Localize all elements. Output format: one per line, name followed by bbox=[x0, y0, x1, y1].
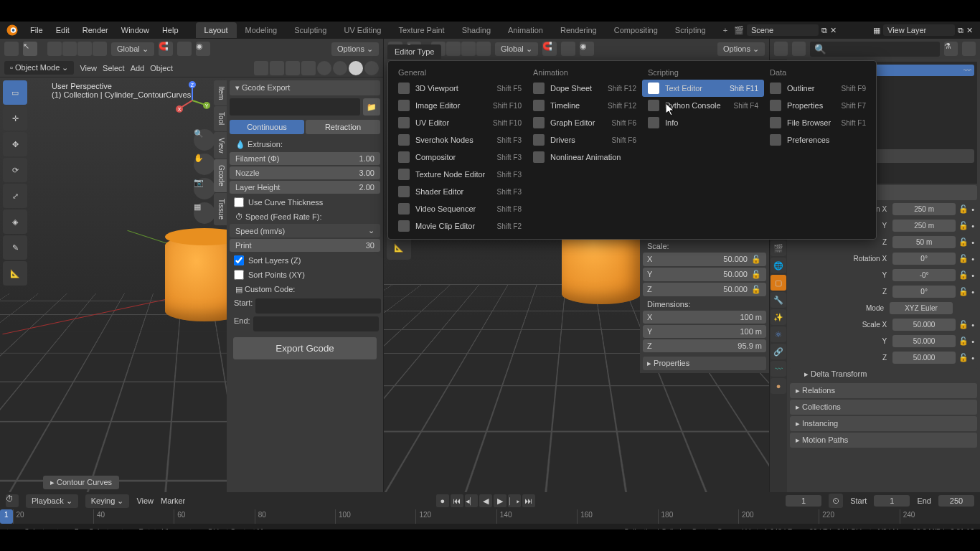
snap-icon-r[interactable]: 🧲 bbox=[542, 42, 557, 56]
filament-field[interactable]: Filament (Φ)1.00 bbox=[230, 152, 380, 165]
current-frame[interactable]: 1 bbox=[786, 495, 821, 507]
stab-tool[interactable]: Tool bbox=[214, 106, 227, 131]
rotx-field[interactable]: 0° bbox=[892, 253, 956, 265]
select-box-tool[interactable]: ▭ bbox=[3, 80, 27, 105]
keying-dropdown[interactable]: Keying ⌄ bbox=[85, 494, 130, 508]
ptab-world[interactable]: 🌐 bbox=[771, 258, 786, 273]
mitem-texteditor[interactable]: Text EditorShift F11 bbox=[642, 80, 764, 97]
ptab-modifiers[interactable]: 🔧 bbox=[771, 292, 786, 308]
mode-dropdown[interactable]: ▫ Object Mode ⌄ bbox=[4, 61, 74, 75]
menu-render[interactable]: Render bbox=[77, 23, 114, 37]
lock-icon[interactable]: 🔓 bbox=[958, 336, 969, 347]
stab-item[interactable]: Item bbox=[214, 80, 227, 105]
scale-tool[interactable]: ⤢ bbox=[3, 184, 27, 208]
annotate-tool[interactable]: ✎ bbox=[3, 235, 27, 260]
shading-btn-3[interactable] bbox=[286, 61, 300, 75]
locy-field[interactable]: 250 m bbox=[892, 220, 956, 232]
mitem-3dviewport[interactable]: 3D ViewportShift F5 bbox=[392, 80, 527, 97]
menu-edit[interactable]: Edit bbox=[50, 23, 75, 37]
camera-icon[interactable]: 📷 bbox=[194, 178, 215, 199]
menu-file[interactable]: File bbox=[24, 23, 49, 37]
lock-icon[interactable]: 🔓 bbox=[958, 221, 969, 231]
vp-menu-view[interactable]: View bbox=[80, 64, 97, 72]
anim-dot[interactable]: • bbox=[971, 321, 974, 329]
curve-thickness-check[interactable] bbox=[234, 197, 244, 207]
anim-dot[interactable]: • bbox=[971, 337, 974, 346]
lock-icon[interactable]: 🔓 bbox=[750, 270, 762, 279]
shade-wire-icon[interactable] bbox=[317, 61, 331, 75]
select-mode-icon[interactable] bbox=[47, 42, 62, 56]
anim-dot[interactable]: • bbox=[971, 271, 974, 280]
snap-target-icon[interactable] bbox=[177, 42, 192, 56]
anim-dot[interactable]: • bbox=[971, 205, 974, 214]
mitem-pyconsole[interactable]: Python ConsoleShift F4 bbox=[642, 97, 764, 114]
scene-copy-icon[interactable]: ⧉ bbox=[821, 26, 827, 35]
play-icon[interactable]: ▶ bbox=[494, 494, 507, 507]
left-3d-viewport[interactable]: ▭ ✛ ✥ ⟳ ⤢ ◈ ✎ 📐 User Perspective (1) Col… bbox=[0, 77, 383, 492]
rotz-field[interactable]: 0° bbox=[892, 286, 956, 298]
ptab-material[interactable]: ● bbox=[771, 378, 786, 394]
scene-close-icon[interactable]: ✕ bbox=[830, 26, 837, 35]
viewlayer-name[interactable]: View Layer bbox=[883, 24, 955, 36]
layer-field[interactable]: Layer Height2.00 bbox=[230, 181, 380, 194]
tab-animation[interactable]: Animation bbox=[499, 22, 552, 38]
mitem-sequencer[interactable]: Video SequencerShift F8 bbox=[392, 200, 527, 217]
retraction-button[interactable]: Retraction bbox=[306, 120, 380, 134]
continuous-button[interactable]: Continuous bbox=[230, 120, 304, 134]
shade-render-icon[interactable] bbox=[364, 61, 379, 75]
ptab-data[interactable]: 〰 bbox=[771, 361, 786, 377]
pan-icon[interactable]: ✋ bbox=[194, 154, 215, 175]
timeline-editor-icon[interactable]: ⏱ bbox=[6, 494, 19, 507]
lock-icon[interactable]: 🔓 bbox=[958, 254, 969, 264]
roty-field[interactable]: -0° bbox=[892, 269, 956, 281]
ptab-object[interactable]: ▢ bbox=[771, 275, 786, 291]
move-tool[interactable]: ✥ bbox=[3, 132, 27, 156]
dim-y-field[interactable]: Y100 m bbox=[643, 325, 766, 338]
cursor-tool-icon[interactable]: ↖ bbox=[23, 42, 37, 56]
mitem-nla[interactable]: Nonlinear Animation bbox=[527, 149, 642, 166]
select-mode4-icon-r[interactable] bbox=[476, 42, 491, 56]
mitem-imageeditor[interactable]: Image EditorShift F10 bbox=[392, 97, 527, 114]
menu-window[interactable]: Window bbox=[116, 23, 155, 37]
lock-icon[interactable]: 🔓 bbox=[750, 285, 762, 294]
locx-field[interactable]: 250 m bbox=[892, 203, 956, 215]
playhead[interactable]: 1 bbox=[0, 509, 13, 524]
viewlayer-selector[interactable]: ▦ View Layer ⧉ ✕ bbox=[873, 24, 973, 36]
gcode-panel-title[interactable]: ▾ Gcode Export bbox=[230, 80, 380, 95]
outliner-search[interactable] bbox=[810, 42, 940, 57]
axis-gizmo[interactable]: Z Y X bbox=[172, 80, 212, 121]
instancing-section[interactable]: ▸ Instancing bbox=[790, 416, 977, 431]
scene-selector[interactable]: 🎬 Scene ⧉ ✕ bbox=[734, 24, 837, 36]
vp-menu-add[interactable]: Add bbox=[131, 64, 145, 72]
scale-y-field[interactable]: Y50.000🔓 bbox=[643, 268, 766, 281]
mitem-shader[interactable]: Shader EditorShift F3 bbox=[392, 183, 527, 200]
anim-dot[interactable]: • bbox=[971, 288, 974, 296]
ptab-particles[interactable]: ✨ bbox=[771, 309, 786, 325]
ptab-constraints[interactable]: 🔗 bbox=[771, 344, 786, 359]
mitem-texnode[interactable]: Texture Node EditorShift F3 bbox=[392, 166, 527, 183]
shading-btn-1[interactable] bbox=[254, 61, 268, 75]
overlay-btn[interactable] bbox=[301, 61, 316, 75]
jump-next-icon[interactable]: ⎸▸ bbox=[508, 494, 521, 507]
options-dropdown[interactable]: Options ⌄ bbox=[331, 42, 379, 56]
ptab-scene[interactable]: 🎬 bbox=[771, 240, 786, 256]
autokey-icon[interactable]: ● bbox=[436, 494, 449, 507]
editor-type-button[interactable] bbox=[4, 42, 19, 56]
orientation-dropdown[interactable]: Global ⌄ bbox=[111, 42, 154, 56]
mitem-movieclip[interactable]: Movie Clip EditorShift F2 bbox=[392, 217, 527, 235]
mitem-uveditor[interactable]: UV EditorShift F10 bbox=[392, 114, 527, 131]
persp-icon[interactable]: ▦ bbox=[194, 202, 215, 224]
transform-tool[interactable]: ◈ bbox=[3, 209, 27, 234]
tab-add[interactable]: + bbox=[715, 22, 736, 38]
jump-prev-icon[interactable]: ◂⎸ bbox=[465, 494, 478, 507]
layer-close-icon[interactable]: ✕ bbox=[966, 26, 973, 35]
vp-menu-object[interactable]: Object bbox=[150, 64, 173, 72]
mitem-timeline[interactable]: TimelineShift F12 bbox=[527, 97, 642, 114]
anim-dot[interactable]: • bbox=[971, 238, 974, 247]
sort-xy-check[interactable] bbox=[234, 270, 244, 280]
playback-dropdown[interactable]: Playback ⌄ bbox=[26, 494, 78, 508]
shade-matcap-icon[interactable] bbox=[349, 61, 363, 75]
relations-section[interactable]: ▸ Relations bbox=[790, 383, 977, 398]
outliner-type-icon[interactable] bbox=[774, 42, 788, 56]
collection-footer[interactable]: ▸ Contour Curves bbox=[43, 476, 119, 489]
